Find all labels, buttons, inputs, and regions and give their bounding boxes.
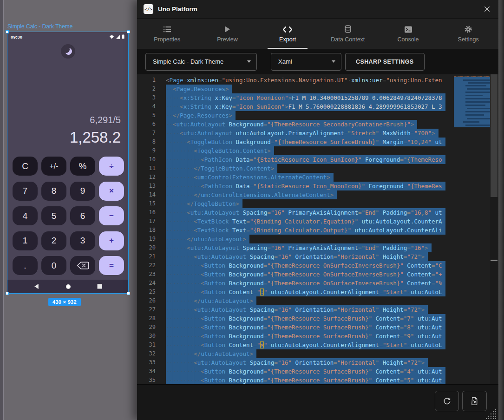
code-line: 5··</Page.Resources> [137,111,450,120]
bottom-action-bar [137,384,498,420]
calc-button-three[interactable]: 3 [70,231,95,250]
export-toolbar: Simple Calc - Dark Theme Xaml CSHARP SET… [137,49,498,74]
code-text: ········<utu:AutoLayout·Spacing="16"·Ori… [166,252,428,261]
calc-button-eight[interactable]: 8 [41,182,66,201]
code-editor[interactable]: 1<Page·xmlns:uen="using:Uno.Extensions.N… [137,74,498,384]
code-text: ········<TextBlock·Text="{Binding·Calcul… [166,217,445,226]
calc-button-divide[interactable]: ÷ [99,157,124,176]
calc-button-percent[interactable]: % [70,157,95,176]
status-icons [109,34,124,39]
code-text: ······<ToggleButton·Background="{ThemeRe… [166,138,445,146]
status-time: 09:30 [11,34,22,39]
line-number: 33 [137,358,156,367]
code-text: ········</utu:AutoLayout> [166,296,256,305]
code-line: 21········<utu:AutoLayout·Spacing="16"·O… [137,252,450,261]
line-number: 22 [137,261,156,270]
nav-recent-icon[interactable] [97,284,102,289]
line-number: 11 [137,164,156,173]
calc-button-zero[interactable]: 0 [41,256,66,275]
tab-settings[interactable]: Settings [438,19,498,49]
code-text: ··········<Button·Background="{ThemeReso… [166,367,445,376]
calc-button-four[interactable]: 4 [13,206,38,225]
calc-button-six[interactable]: 6 [70,206,95,225]
code-text: ········</utu:AutoLayout> [166,349,256,358]
play-icon [224,25,231,33]
code-line: 10··········<PathIcon·Data="{StaticResou… [137,155,450,164]
editor-scrollbar-thumb[interactable] [491,74,497,197]
calc-button-one[interactable]: 1 [13,231,38,250]
chevron-down-icon [247,60,251,63]
line-number: 19 [137,235,156,243]
calc-button-seven[interactable]: 7 [13,182,38,201]
tab-data-context[interactable]: Data Context [318,19,378,49]
calc-button-nine[interactable]: 9 [70,182,95,201]
minimap[interactable] [454,76,490,382]
code-text: ······<utu:AutoLayout·Spacing="16"·Prima… [166,243,432,252]
figma-canvas[interactable]: Simple Calc - Dark Theme 09:30 6,291/5 1… [0,0,137,420]
calc-button-five[interactable]: 5 [41,206,66,225]
console-icon [404,25,412,33]
editor-scrollbar-marker [491,260,497,261]
calc-button-multiply[interactable]: × [99,182,124,201]
nav-home-icon[interactable] [65,283,72,290]
line-number: 3 [137,93,156,102]
code-text: ··········<Button·Background="{ThemeReso… [166,332,445,341]
calc-button-clear[interactable]: C [13,157,38,176]
code-line: 15······</ToggleButton> [137,199,450,208]
frame-label[interactable]: Simple Calc - Dark Theme [7,23,72,30]
code-text: ··········<Button·Content="×"·utu:AutoLa… [166,341,445,349]
line-number: 29 [137,323,156,332]
selection-handle-top-left[interactable] [6,30,9,33]
close-icon[interactable] [482,4,492,14]
calc-button-plus-minus[interactable]: +/- [41,157,66,176]
selection-handle-bottom-right[interactable] [127,292,130,295]
page-select[interactable]: Simple Calc - Dark Theme [145,53,257,71]
android-status-bar: 09:30 [7,32,128,40]
code-text: ··········<PathIcon·Data="{StaticResourc… [166,155,445,164]
code-text: ··········<Button·Background="{ThemeReso… [166,376,445,384]
code-line: 16······<utu:AutoLayout·Spacing="16"·Pri… [137,208,450,217]
window-title: Uno Platform [158,6,197,13]
code-text: ······</ToggleButton> [166,199,242,208]
code-line: 22··········<Button·Background="{ThemeRe… [137,261,450,270]
code-text: ········</ToggleButton.Content> [166,164,277,173]
code-text: <Page·xmlns:uen="using:Uno.Extensions.Na… [166,76,442,85]
window-scrollbar[interactable] [498,0,504,420]
calc-button-equals[interactable]: = [99,256,124,275]
calc-button-subtract[interactable]: − [99,206,124,225]
code-text: ········<ToggleButton.Content> [166,146,274,155]
code-line: 20······<utu:AutoLayout·Spacing="16"·Pri… [137,243,450,252]
code-line: 26········</utu:AutoLayout> [137,296,450,305]
code-line: 29··········<Button·Background="{ThemeRe… [137,323,450,332]
calc-button-backspace[interactable] [70,256,95,275]
calc-button-two[interactable]: 2 [41,231,66,250]
calc-button-decimal[interactable]: . [13,256,38,275]
backspace-icon [77,262,89,269]
code-line: 24··········<Button·Background="{ThemeRe… [137,279,450,288]
format-select[interactable]: Xaml [271,53,341,71]
resize-grip[interactable] [485,407,497,419]
code-text: ····<utu:AutoLayout·utu:AutoLayout.Prima… [166,129,439,138]
code-text: ··········<Button·Background="{ThemeReso… [166,314,445,323]
line-number: 2 [137,85,156,93]
tab-console[interactable]: Console [378,19,439,49]
code-text: ··········<Button·Background="{ThemeReso… [166,261,445,270]
editor-scrollbar[interactable] [490,74,498,384]
csharp-settings-button[interactable]: CSHARP SETTINGS [345,53,425,71]
selection-handle-bottom-left[interactable] [6,292,9,295]
line-number: 12 [137,173,156,182]
nav-back-icon[interactable] [33,283,39,289]
theme-toggle-button[interactable] [61,44,75,59]
code-lines[interactable]: 1<Page·xmlns:uen="using:Uno.Extensions.N… [137,76,450,384]
code-line: 13··········<PathIcon·Data="{StaticResou… [137,182,450,190]
export-file-button[interactable] [462,391,487,411]
list-icon [163,25,171,33]
selection-handle-top-right[interactable] [127,30,130,33]
tab-properties[interactable]: Properties [137,19,197,49]
tab-export[interactable]: Export [257,19,318,49]
code-line: 27········<utu:AutoLayout·Spacing="16"·O… [137,305,450,314]
tab-preview[interactable]: Preview [197,19,258,49]
phone-frame[interactable]: 09:30 6,291/5 1,258.2 C+/-%÷789×456−123+… [7,32,129,294]
refresh-button[interactable] [435,391,459,411]
calc-button-add[interactable]: + [99,231,124,250]
